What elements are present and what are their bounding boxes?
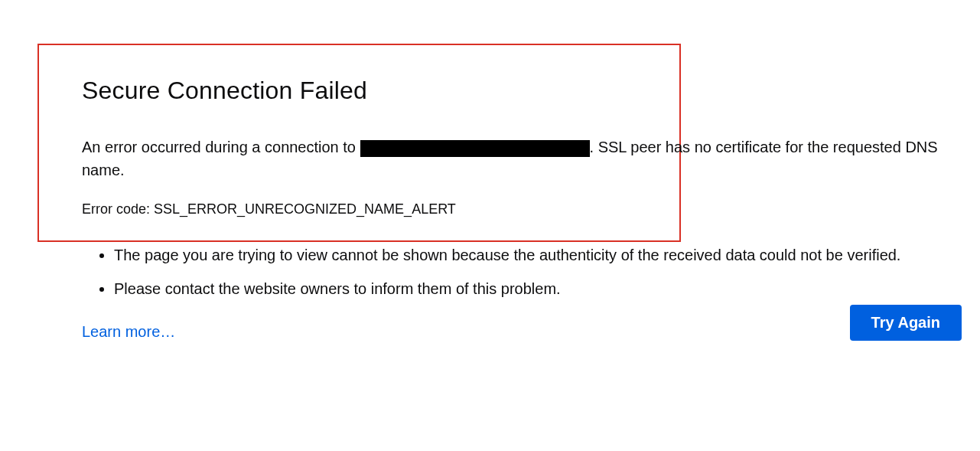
error-bullet-list: The page you are trying to view cannot b… xyxy=(114,243,980,300)
try-again-button[interactable]: Try Again xyxy=(850,305,962,341)
error-page-content: Secure Connection Failed An error occurr… xyxy=(82,77,980,341)
learn-more-link[interactable]: Learn more… xyxy=(82,323,175,341)
error-title: Secure Connection Failed xyxy=(82,77,980,105)
error-code-label: Error code: xyxy=(82,201,154,217)
redacted-hostname xyxy=(360,140,590,157)
error-bullet-item: The page you are trying to view cannot b… xyxy=(114,243,980,266)
error-code-line: Error code: SSL_ERROR_UNRECOGNIZED_NAME_… xyxy=(82,201,980,217)
error-bullet-item: Please contact the website owners to inf… xyxy=(114,277,980,300)
error-description: An error occurred during a connection to… xyxy=(82,136,980,181)
error-code-value: SSL_ERROR_UNRECOGNIZED_NAME_ALERT xyxy=(154,201,456,217)
error-desc-prefix: An error occurred during a connection to xyxy=(82,139,360,155)
